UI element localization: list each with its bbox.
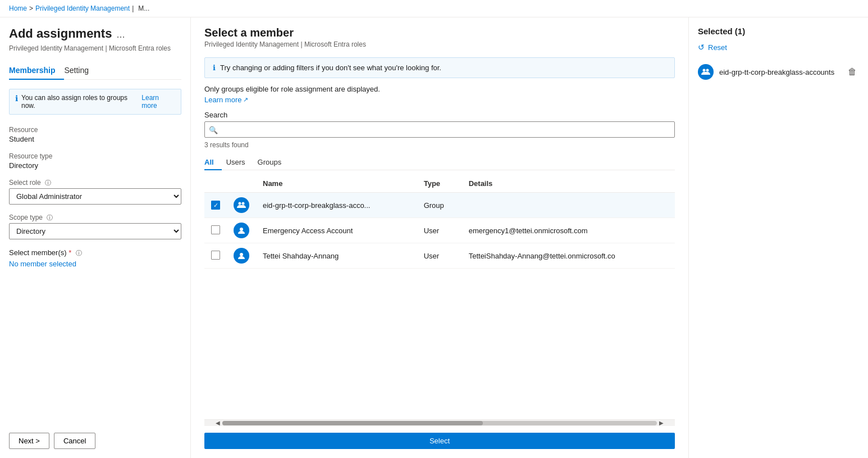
horizontal-scrollbar[interactable]: ◀ ▶ [204,419,675,426]
scope-type-field: Scope type ⓘ Directory [9,214,181,239]
col-type: Type [417,175,462,193]
alert-banner: ℹ Try changing or adding filters if you … [204,57,675,78]
scope-type-label: Scope type ⓘ [9,214,181,222]
reset-button[interactable]: ↺ Reset [698,43,859,52]
row2-avatar-cell [227,218,256,243]
col-details: Details [462,175,675,193]
row1-avatar [234,197,249,213]
select-role-label: Select role ⓘ [9,179,181,187]
resource-field: Resource Student [9,126,181,143]
breadcrumb-home[interactable]: Home [9,4,27,12]
filter-tab-users[interactable]: Users [226,155,253,170]
breadcrumb-pipe: | [132,4,134,12]
row2-checkbox[interactable] [211,225,220,234]
resource-type-value: Directory [9,161,181,170]
info-banner: ℹ You can also assign roles to groups no… [9,89,181,115]
row1-checkbox[interactable] [211,201,220,210]
select-members-field: Select member(s) * ⓘ No member selected [9,248,181,268]
breadcrumb: Home > Privileged Identity Management | … [0,0,868,17]
search-wrapper: 🔍 [204,121,675,138]
no-member-text: No member selected [9,260,181,268]
search-input[interactable] [204,121,675,138]
resource-type-label: Resource type [9,152,181,160]
selected-item-name: eid-grp-tt-corp-breakglass-accounts [719,68,840,76]
resource-value: Student [9,135,181,143]
col-checkbox [204,175,227,193]
required-star: * [68,248,71,257]
row1-name: eid-grp-tt-corp-breakglass-acco... [256,193,417,218]
alert-icon: ℹ [213,64,216,72]
select-role-field: Select role ⓘ Global Administrator [9,179,181,205]
svg-point-4 [703,69,706,72]
row2-checkbox-cell[interactable] [204,218,227,243]
row2-details: emergency1@tettei.onmicrosoft.com [462,218,675,243]
resource-label: Resource [9,126,181,134]
panel-subtitle: Privileged Identity Management | Microso… [204,40,675,48]
col-avatar [227,175,256,193]
tabs: Membership Setting [9,61,181,80]
external-link-icon: ↗ [243,96,248,103]
learn-more-link[interactable]: Learn more ↗ [204,96,675,104]
left-footer: Next > Cancel [9,421,181,449]
selected-item: eid-grp-tt-corp-breakglass-accounts 🗑 [698,61,859,83]
row2-avatar [234,223,249,238]
reset-icon: ↺ [698,43,705,52]
table-row: Emergency Access Account User emergency1… [204,218,675,243]
only-groups-text: Only groups eligible for role assignment… [204,85,675,93]
next-button[interactable]: Next > [9,433,49,449]
row2-name: Emergency Access Account [256,218,417,243]
info-icon: ℹ [15,94,18,103]
breadcrumb-suffix: M... [138,4,149,12]
table-scroll-area: Name Type Details [204,175,675,419]
row3-type: User [417,243,462,269]
page-dots: ... [116,29,125,40]
row3-name: Tettei Shahday-Annang [256,243,417,269]
row1-type: Group [417,193,462,218]
row1-avatar-cell [227,193,256,218]
select-button[interactable]: Select [204,433,675,449]
scroll-left-arrow[interactable]: ◀ [213,420,222,426]
svg-point-1 [242,202,245,205]
filter-tab-groups[interactable]: Groups [258,155,290,170]
right-panel: Selected (1) ↺ Reset eid-grp-tt-corp-bre… [688,17,868,458]
learn-more-link-left[interactable]: Learn more [141,94,175,110]
svg-point-3 [240,253,243,256]
row1-details [462,193,675,218]
results-count: 3 results found [204,141,675,149]
panel-title: Select a member [204,26,675,39]
info-banner-text: You can also assign roles to groups now. [21,94,140,110]
page-title: Add assignments [9,26,112,41]
search-label: Search [204,111,675,119]
svg-point-5 [706,69,709,72]
tab-setting[interactable]: Setting [64,61,98,79]
table-row: eid-grp-tt-corp-breakglass-acco... Group [204,193,675,218]
row3-checkbox[interactable] [211,251,220,260]
delete-selected-button[interactable]: 🗑 [846,67,859,77]
scope-type-dropdown[interactable]: Directory [9,223,181,239]
select-role-dropdown[interactable]: Global Administrator [9,188,181,205]
scroll-right-arrow[interactable]: ▶ [657,420,666,426]
filter-tab-all[interactable]: All [204,155,222,170]
row3-avatar-cell [227,243,256,269]
selected-title: Selected (1) [698,26,859,36]
row3-avatar [234,248,249,264]
cancel-button[interactable]: Cancel [54,433,95,449]
alert-text: Try changing or adding filters if you do… [220,64,441,72]
scroll-track [222,421,657,425]
member-table: Name Type Details [204,175,675,269]
table-row: Tettei Shahday-Annang User TetteiShahday… [204,243,675,269]
search-icon: 🔍 [209,125,218,134]
select-members-label: Select member(s) * ⓘ [9,248,181,257]
center-panel: Select a member Privileged Identity Mana… [191,17,688,458]
left-panel: Add assignments ... Privileged Identity … [0,17,191,458]
row3-details: TetteiShahday-Annang@tettei.onmicrosoft.… [462,243,675,269]
row1-checkbox-cell[interactable] [204,193,227,218]
breadcrumb-pim[interactable]: Privileged Identity Management [35,4,130,12]
filter-tabs: All Users Groups [204,155,675,170]
svg-point-2 [240,228,243,231]
selected-item-avatar [698,64,714,80]
breadcrumb-separator: > [29,4,33,12]
row3-checkbox-cell[interactable] [204,243,227,269]
tab-membership[interactable]: Membership [9,61,64,79]
svg-point-0 [239,202,241,205]
